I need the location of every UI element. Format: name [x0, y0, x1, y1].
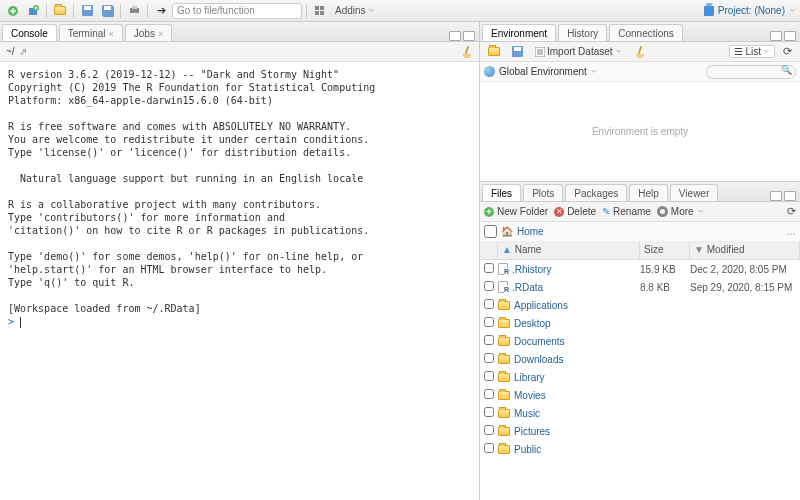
- file-checkbox[interactable]: [484, 371, 494, 381]
- grid-icon[interactable]: [311, 3, 329, 19]
- refresh-icon[interactable]: ⟳: [787, 205, 796, 218]
- file-name[interactable]: Downloads: [498, 354, 640, 365]
- files-toolbar: +New Folder ✕Delete ✎Rename More ⟳: [480, 202, 800, 222]
- file-name[interactable]: Library: [498, 372, 640, 383]
- breadcrumb-home[interactable]: Home: [517, 226, 544, 237]
- goto-placeholder: Go to file/function: [177, 5, 255, 16]
- file-name[interactable]: Music: [498, 408, 640, 419]
- file-row: Documents: [480, 332, 800, 350]
- save-all-icon[interactable]: [98, 3, 116, 19]
- new-project-icon[interactable]: [24, 3, 42, 19]
- file-row: Downloads: [480, 350, 800, 368]
- tab-packages[interactable]: Packages: [565, 184, 627, 201]
- minimize-pane-icon[interactable]: [449, 31, 461, 41]
- more-path-icon[interactable]: …: [786, 226, 796, 237]
- tab-terminal[interactable]: Terminal×: [59, 24, 123, 41]
- new-folder-button[interactable]: +New Folder: [484, 206, 548, 217]
- up-arrow-icon[interactable]: ▲: [502, 244, 512, 255]
- file-row: .Rhistory15.9 KBDec 2, 2020, 8:05 PM: [480, 260, 800, 278]
- env-search-input[interactable]: [706, 65, 796, 79]
- minimize-pane-icon[interactable]: [770, 191, 782, 201]
- save-workspace-icon[interactable]: [508, 45, 527, 58]
- file-icon: [498, 281, 508, 293]
- file-name[interactable]: .Rhistory: [498, 263, 640, 275]
- file-checkbox[interactable]: [484, 425, 494, 435]
- tab-environment[interactable]: Environment: [482, 24, 556, 41]
- svg-rect-5: [315, 6, 319, 10]
- tab-connections[interactable]: Connections: [609, 24, 683, 41]
- env-scope-bar: Global Environment: [480, 62, 800, 82]
- files-list: .Rhistory15.9 KBDec 2, 2020, 8:05 PM.RDa…: [480, 260, 800, 500]
- file-name[interactable]: Public: [498, 444, 640, 455]
- file-checkbox[interactable]: [484, 281, 494, 291]
- rename-button[interactable]: ✎Rename: [602, 206, 651, 217]
- file-checkbox[interactable]: [484, 353, 494, 363]
- goto-input[interactable]: Go to file/function: [172, 3, 302, 19]
- close-icon[interactable]: ×: [158, 29, 163, 39]
- minimize-pane-icon[interactable]: [770, 31, 782, 41]
- file-checkbox[interactable]: [484, 263, 494, 273]
- tab-files[interactable]: Files: [482, 184, 521, 201]
- popout-icon[interactable]: ⇗: [19, 46, 27, 57]
- maximize-pane-icon[interactable]: [784, 191, 796, 201]
- print-icon[interactable]: [125, 3, 143, 19]
- folder-icon: [498, 391, 510, 400]
- console-path[interactable]: ~/: [6, 46, 15, 57]
- maximize-pane-icon[interactable]: [784, 31, 796, 41]
- svg-rect-8: [320, 11, 324, 15]
- delete-button[interactable]: ✕Delete: [554, 206, 596, 217]
- file-checkbox[interactable]: [484, 407, 494, 417]
- addins-menu[interactable]: Addins: [331, 5, 379, 16]
- file-checkbox[interactable]: [484, 317, 494, 327]
- file-name[interactable]: Documents: [498, 336, 640, 347]
- project-menu[interactable]: Project: (None): [704, 5, 796, 16]
- tab-console[interactable]: Console: [2, 24, 57, 41]
- file-checkbox[interactable]: [484, 335, 494, 345]
- file-icon: [498, 263, 508, 275]
- save-icon[interactable]: [78, 3, 96, 19]
- separator: [120, 4, 121, 18]
- file-row: Pictures: [480, 422, 800, 440]
- tab-plots[interactable]: Plots: [523, 184, 563, 201]
- clear-console-icon[interactable]: [461, 46, 473, 58]
- env-scope-selector[interactable]: Global Environment: [499, 66, 597, 77]
- file-size: 15.9 KB: [640, 264, 690, 275]
- file-row: Applications: [480, 296, 800, 314]
- separator: [46, 4, 47, 18]
- console-output[interactable]: R version 3.6.2 (2019-12-12) -- "Dark an…: [0, 62, 479, 500]
- more-button[interactable]: More: [657, 206, 704, 217]
- file-name[interactable]: Desktop: [498, 318, 640, 329]
- refresh-icon[interactable]: ⟳: [779, 44, 796, 59]
- tab-history[interactable]: History: [558, 24, 607, 41]
- goto-icon[interactable]: ➔: [152, 3, 170, 19]
- clear-workspace-icon[interactable]: [630, 45, 650, 59]
- tab-viewer[interactable]: Viewer: [670, 184, 718, 201]
- home-icon[interactable]: 🏠: [501, 226, 513, 237]
- file-name[interactable]: Pictures: [498, 426, 640, 437]
- file-checkbox[interactable]: [484, 299, 494, 309]
- tab-jobs[interactable]: Jobs×: [125, 24, 172, 41]
- load-workspace-icon[interactable]: [484, 46, 504, 57]
- main-toolbar: ➔ Go to file/function Addins Project: (N…: [0, 0, 800, 22]
- close-icon[interactable]: ×: [109, 29, 114, 39]
- folder-icon: [498, 427, 510, 436]
- file-name[interactable]: .RData: [498, 281, 640, 293]
- file-checkbox[interactable]: [484, 443, 494, 453]
- file-checkbox[interactable]: [484, 389, 494, 399]
- env-empty-message: Environment is empty: [480, 82, 800, 181]
- import-dataset-button[interactable]: Import Dataset: [531, 45, 626, 58]
- new-file-icon[interactable]: [4, 3, 22, 19]
- gear-icon: [657, 206, 668, 217]
- svg-rect-7: [315, 11, 319, 15]
- folder-icon: [498, 373, 510, 382]
- file-name[interactable]: Movies: [498, 390, 640, 401]
- folder-icon: [498, 409, 510, 418]
- tab-help[interactable]: Help: [629, 184, 668, 201]
- maximize-pane-icon[interactable]: [463, 31, 475, 41]
- separator: [147, 4, 148, 18]
- open-file-icon[interactable]: [51, 3, 69, 19]
- select-all-checkbox[interactable]: [484, 225, 497, 238]
- list-view-button[interactable]: ☰ List: [729, 45, 775, 58]
- file-name[interactable]: Applications: [498, 300, 640, 311]
- separator: [306, 4, 307, 18]
